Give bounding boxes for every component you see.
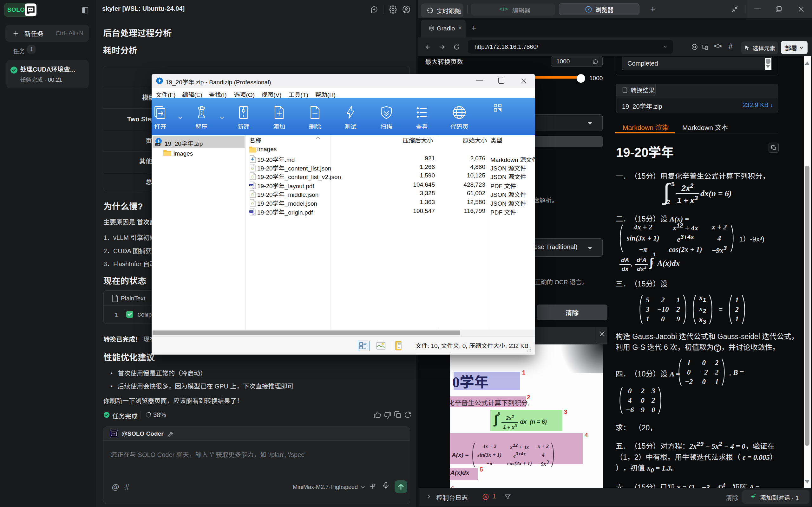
svg-text:{}: {} bbox=[251, 167, 254, 170]
svg-text:ZIP: ZIP bbox=[156, 144, 159, 146]
svg-text:{}: {} bbox=[251, 175, 254, 178]
svg-text:u: u bbox=[252, 185, 255, 189]
svg-text:{}: {} bbox=[251, 202, 254, 205]
svg-text:{}: {} bbox=[251, 193, 254, 196]
svg-text:u: u bbox=[252, 212, 255, 216]
